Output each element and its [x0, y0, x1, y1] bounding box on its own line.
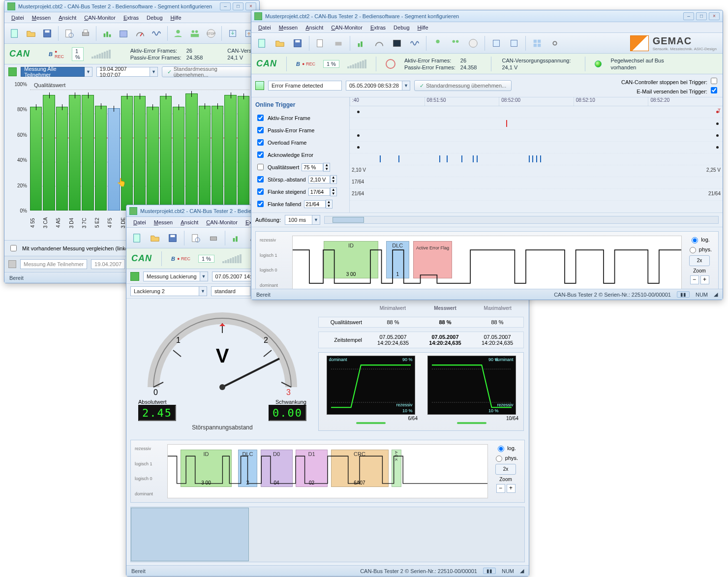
zoom-out-button[interactable]: − — [496, 484, 505, 493]
opt-flanke-rise[interactable]: Flanke steigend ▲▼ — [255, 187, 345, 196]
fall-input[interactable] — [304, 200, 326, 208]
maximize-button[interactable]: □ — [233, 2, 243, 10]
maximize-button[interactable]: □ — [696, 12, 707, 20]
waveform-display[interactable]: ID3 00 DLC2 D004 D102 CRC6A07 A C K — [167, 444, 488, 498]
titlebar[interactable]: Musterprojekt.cbt2 - CAN-Bus Tester 2 - … — [251, 10, 723, 22]
tb-user-icon[interactable] — [171, 26, 185, 41]
tb-scope-icon[interactable] — [389, 35, 405, 51]
menu-extras[interactable]: Extras — [366, 24, 390, 31]
tb-gauge-icon[interactable] — [371, 35, 387, 51]
tb-stop-icon[interactable] — [465, 35, 481, 51]
tb-save-icon[interactable] — [40, 26, 55, 41]
menu-ansicht[interactable]: Ansicht — [302, 24, 327, 31]
measurement-select[interactable]: Messung Alle Teilnehmer▼ — [21, 67, 92, 77]
trigger-time-select[interactable]: 05.05.2009 08:53:28▼ — [346, 81, 410, 91]
quality-input[interactable] — [302, 163, 323, 171]
tb-print-icon[interactable] — [331, 35, 346, 51]
tb-export-icon[interactable] — [488, 35, 504, 51]
tb-save-icon[interactable] — [290, 35, 305, 51]
resize-grip-icon[interactable]: ◢ — [714, 291, 718, 298]
tb-open-icon[interactable] — [272, 35, 288, 51]
tb-new-icon[interactable] — [7, 26, 22, 41]
tb-import-icon[interactable] — [506, 35, 522, 51]
tb-preview-icon[interactable] — [313, 35, 329, 51]
wave-scroll[interactable] — [130, 507, 525, 562]
spinner-updown[interactable]: ▲▼ — [330, 175, 337, 184]
timestamp-select[interactable]: 19.04.2007 10:07:07▼ — [96, 67, 158, 77]
stop-trigger-checkbox[interactable] — [711, 78, 717, 84]
menu-canmonitor[interactable]: CAN-Monitor — [80, 14, 120, 22]
opt-ovl[interactable]: Overload Frame — [255, 138, 345, 147]
trigger-select[interactable]: Error Frame detected — [268, 81, 342, 91]
menu-ansicht[interactable]: Ansicht — [55, 14, 80, 22]
minimize-button[interactable]: – — [683, 12, 694, 20]
standard-measurement-button[interactable]: ✓Standardmessung übernehmen... — [414, 80, 512, 91]
chevron-down-icon[interactable]: ▼ — [85, 67, 92, 77]
tb-user-icon[interactable] — [430, 35, 446, 51]
chevron-down-icon[interactable]: ▼ — [150, 67, 157, 77]
menu-datei[interactable]: Datei — [129, 218, 150, 226]
chart-bar[interactable] — [95, 106, 107, 211]
stoer-input[interactable] — [308, 176, 330, 183]
tb-wave-icon[interactable] — [407, 35, 423, 51]
menu-messen[interactable]: Messen — [28, 14, 55, 22]
menu-hilfe[interactable]: Hilfe — [414, 24, 432, 31]
tb-save-icon[interactable] — [165, 230, 181, 246]
resize-grip-icon[interactable]: ◢ — [520, 568, 524, 574]
spinner-updown[interactable]: ▲▼ — [330, 187, 337, 196]
standard-measurement-button[interactable]: ✓Standardmessung übernehmen... — [162, 66, 255, 77]
tb-export-icon[interactable] — [225, 26, 240, 41]
measurement-select[interactable]: Messung Lackierung▼ — [143, 272, 208, 281]
chevron-down-icon[interactable]: ▼ — [200, 272, 208, 281]
menu-debug[interactable]: Debug — [143, 14, 166, 22]
opt-ack[interactable]: Acknowledge Error — [255, 150, 345, 159]
chevron-down-icon[interactable]: ▼ — [402, 81, 410, 91]
tb-new-icon[interactable] — [129, 230, 145, 246]
log-radio[interactable]: log. — [495, 444, 516, 452]
chart-bar[interactable] — [173, 107, 184, 211]
titlebar[interactable]: Musterprojekt.cbt2 - CAN-Bus Tester 2 - … — [4, 0, 259, 12]
spinner-updown[interactable]: ▲▼ — [323, 163, 330, 172]
tb-users-icon[interactable] — [187, 26, 202, 41]
tb-preview-icon[interactable] — [188, 230, 204, 246]
tb-chart1-icon[interactable] — [100, 26, 114, 41]
chart-bar[interactable] — [147, 107, 158, 211]
email-trigger-checkbox[interactable] — [711, 87, 717, 93]
bottom-measurement-select[interactable]: Messung Alle Teilnehmer — [20, 259, 87, 269]
menu-extras[interactable]: Extras — [120, 14, 143, 22]
chart-bar[interactable] — [56, 107, 68, 211]
chart-bar[interactable] — [121, 96, 133, 211]
tb-stop-icon[interactable]: STOP — [204, 26, 218, 41]
chart-bar[interactable] — [30, 107, 42, 211]
chart-bar[interactable] — [82, 95, 93, 211]
minimize-button[interactable]: – — [220, 2, 231, 10]
chart-bar[interactable] — [160, 96, 172, 211]
rise-input[interactable] — [308, 188, 330, 196]
tb-open-icon[interactable] — [147, 230, 163, 246]
zoom-2x-button[interactable]: 2x — [689, 255, 710, 266]
phys-radio[interactable]: phys. — [687, 245, 712, 253]
chart-bar[interactable] — [238, 96, 249, 211]
zoom-out-button[interactable]: − — [690, 275, 699, 284]
tb-gauge-icon[interactable] — [133, 26, 147, 41]
tb-settings-icon[interactable] — [547, 35, 563, 51]
chevron-down-icon[interactable]: ▼ — [199, 286, 207, 296]
tb-print-icon[interactable] — [206, 230, 221, 246]
opt-pef[interactable]: Passiv-Error Frame — [255, 125, 345, 135]
chart-bar[interactable] — [134, 96, 146, 211]
opt-flanke-fall[interactable]: Flanke fallend ▲▼ — [255, 199, 345, 209]
menu-debug[interactable]: Debug — [390, 24, 413, 31]
tb-chart2-icon[interactable] — [117, 26, 131, 41]
close-button[interactable]: × — [709, 12, 720, 20]
chart-bar[interactable] — [185, 93, 197, 211]
phys-radio[interactable]: phys. — [493, 454, 518, 462]
zoom-in-button[interactable]: + — [507, 484, 516, 493]
menu-datei[interactable]: Datei — [254, 24, 275, 31]
chevron-down-icon[interactable]: ▼ — [312, 215, 320, 225]
chart-bar[interactable] — [199, 106, 211, 211]
spinner-updown[interactable]: ▲▼ — [326, 200, 333, 209]
chart-bar[interactable] — [108, 108, 120, 211]
waveform-display[interactable]: ID3 00 DLC1 Active Error Flag — [292, 236, 682, 289]
opt-aef[interactable]: Aktiv-Error Frame — [255, 113, 345, 122]
opt-quality[interactable]: Qualitätswert ▲▼ — [255, 162, 345, 172]
